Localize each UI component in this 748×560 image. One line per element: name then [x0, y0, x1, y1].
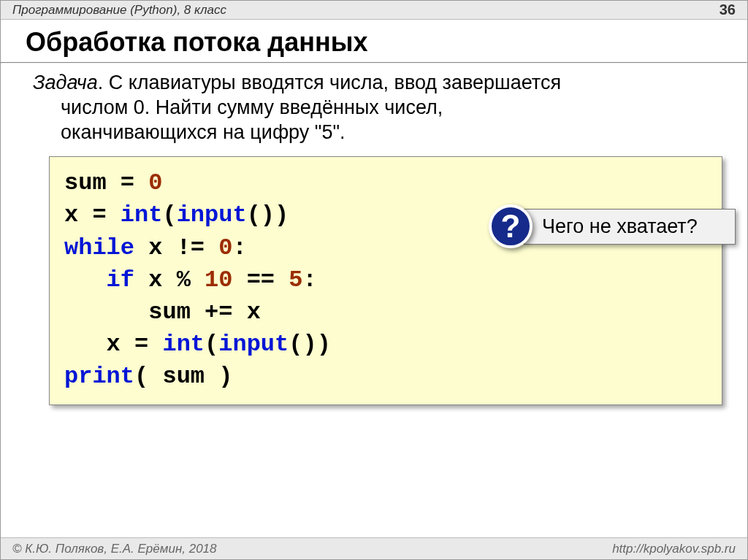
code-line-7: print( sum ) [64, 361, 707, 393]
code-line-4: if x % 10 == 5: [64, 264, 707, 296]
code-line-5: sum += x [64, 296, 707, 329]
page-title: Обработка потока данных [1, 20, 747, 62]
callout-text: Чего не хватает? [524, 209, 736, 245]
callout: ? Чего не хватает? [489, 204, 736, 248]
task-line2: числом 0. Найти сумму введённых чисел, [33, 96, 711, 120]
header-bar: Программирование (Python), 8 класс 36 [1, 1, 747, 20]
footer-url: http://kpolyakov.spb.ru [612, 542, 736, 556]
course-label: Программирование (Python), 8 класс [12, 3, 226, 18]
code-container: sum = 0 x = int(input()) while x != 0: i… [49, 156, 722, 405]
task-line3: оканчивающихся на цифру "5". [33, 120, 711, 145]
task-line1: . С клавиатуры вводятся числа, ввод заве… [98, 72, 561, 93]
code-box: sum = 0 x = int(input()) while x != 0: i… [49, 156, 722, 405]
page-number: 36 [720, 1, 736, 18]
code-line-6: x = int(input()) [64, 329, 707, 361]
task-text: Задача. С клавиатуры вводятся числа, вво… [33, 71, 725, 145]
code-line-1: sum = 0 [64, 167, 707, 199]
task-label: Задача [33, 72, 98, 93]
copyright: © К.Ю. Поляков, Е.А. Ерёмин, 2018 [12, 542, 217, 556]
slide: Программирование (Python), 8 класс 36 Об… [0, 0, 748, 560]
footer-bar: © К.Ю. Поляков, Е.А. Ерёмин, 2018 http:/… [1, 537, 747, 559]
content-area: Задача. С клавиатуры вводятся числа, вво… [1, 64, 747, 405]
question-mark-icon: ? [489, 204, 533, 248]
